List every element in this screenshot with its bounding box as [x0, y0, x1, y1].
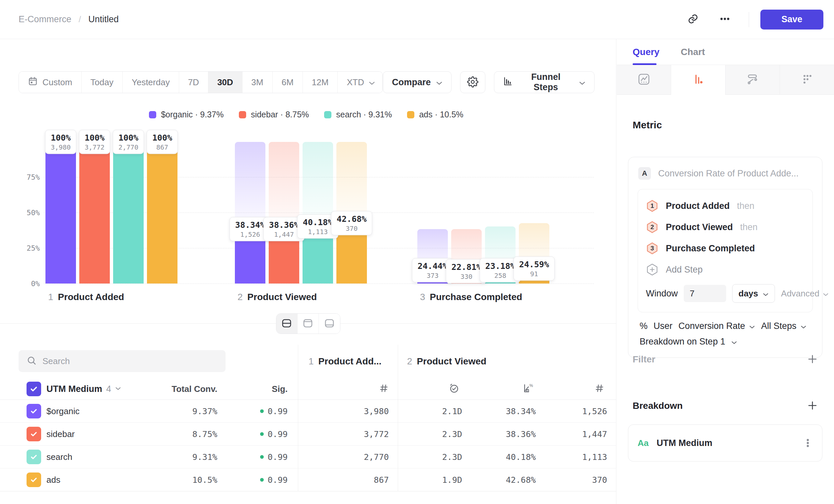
bar-ads[interactable]: 24.59%91	[519, 142, 549, 283]
bar-sidebar[interactable]: 38.36%1,447	[269, 142, 299, 283]
bar-organic[interactable]: 38.34%1,526	[235, 142, 265, 283]
window-unit-select[interactable]: days	[732, 284, 775, 303]
chart-type-flow[interactable]	[726, 65, 780, 95]
breadcrumb-project[interactable]: E-Commerce	[19, 14, 71, 25]
legend-item[interactable]: $organic · 9.37%	[149, 110, 224, 119]
chart-legend: $organic · 9.37% sidebar · 8.75% search …	[19, 110, 594, 119]
chart-type-tabs	[617, 65, 834, 95]
breakdown-label: Breakdown	[633, 400, 683, 411]
chart-toolbar: Custom Today Yesterday 7D 30D 3M 6M 12M …	[19, 71, 594, 93]
chart-settings-button[interactable]	[460, 71, 485, 93]
table-row[interactable]: sidebar 8.75% 0.99 3,772 2.3D 38.36% 1,4…	[0, 423, 616, 445]
row-checkbox[interactable]	[26, 450, 41, 464]
compare-button[interactable]: Compare	[383, 71, 452, 93]
ellipsis-icon	[719, 13, 731, 26]
query-step-3[interactable]: 3 Purchase Completed	[646, 238, 805, 259]
funnel-step-group-1: 100%3,980 100%3,772 100%2,770 100%867	[45, 142, 177, 283]
table-row[interactable]: search 9.31% 0.99 2,770 2.3D 40.18% 1,11…	[0, 445, 616, 468]
legend-item[interactable]: search · 9.31%	[324, 110, 392, 119]
table-row[interactable]: $organic 9.37% 0.99 3,980 2.1D 38.34% 1,…	[0, 400, 616, 423]
more-menu-button[interactable]	[716, 10, 734, 29]
range-yesterday[interactable]: Yesterday	[123, 72, 179, 93]
bar-organic[interactable]: 24.44%373	[417, 142, 448, 283]
metric-summary[interactable]: A Conversion Rate of Product Adde...	[638, 166, 813, 181]
step-number-badge: 2	[646, 221, 659, 233]
chart-type-trend[interactable]	[617, 65, 671, 95]
query-step-1[interactable]: 1 Product Added then	[646, 195, 805, 216]
range-30d[interactable]: 30D	[208, 72, 242, 93]
legend-item[interactable]: ads · 10.5%	[407, 110, 463, 119]
bar-search[interactable]: 40.18%1,113	[303, 142, 333, 283]
breakdown-column-header[interactable]: UTM Medium 4	[46, 384, 121, 394]
search-input[interactable]	[42, 356, 218, 366]
window-value-input[interactable]	[684, 285, 726, 302]
bar-sidebar[interactable]: 22.81%330	[451, 142, 482, 283]
metric-title: Conversion Rate of Product Adde...	[658, 168, 798, 179]
breadcrumb-report-title[interactable]: Untitled	[88, 14, 119, 25]
conv-rate-column-icon[interactable]: %	[523, 383, 533, 395]
chart-type-funnel[interactable]	[671, 65, 726, 95]
range-6m[interactable]: 6M	[273, 72, 303, 93]
breadcrumb-separator: /	[79, 14, 81, 25]
chart-type-matrix[interactable]	[780, 65, 834, 95]
range-xtd[interactable]: XTD	[338, 72, 383, 93]
query-step-2[interactable]: 2 Product Viewed then	[646, 216, 805, 238]
row-time-to-convert: 2.3D	[442, 429, 462, 439]
row-checkbox[interactable]	[26, 427, 41, 441]
save-button[interactable]: Save	[760, 9, 824, 29]
count-column-icon[interactable]	[594, 383, 605, 395]
range-custom[interactable]: Custom	[19, 72, 82, 93]
add-filter-button[interactable]	[807, 353, 818, 366]
layout-toggle	[276, 313, 341, 334]
share-link-button[interactable]	[684, 10, 702, 29]
chevron-down-icon	[823, 289, 829, 299]
sig-dot	[260, 410, 264, 413]
row-total-conv: 8.75%	[192, 429, 217, 439]
row-name: ads	[46, 475, 60, 485]
row-checkbox[interactable]	[26, 404, 41, 418]
range-12m[interactable]: 12M	[303, 72, 338, 93]
tab-chart[interactable]: Chart	[681, 39, 705, 65]
range-3m[interactable]: 3M	[242, 72, 273, 93]
row-checkbox[interactable]	[26, 473, 41, 487]
top-bar: E-Commerce / Untitled Save	[0, 0, 834, 39]
time-to-convert-icon[interactable]	[449, 383, 459, 395]
range-today[interactable]: Today	[82, 72, 123, 93]
bar-ads[interactable]: 42.68%370	[336, 142, 367, 283]
metric-card: A Conversion Rate of Product Adde... 1 P…	[628, 157, 822, 358]
bar-search[interactable]: 23.18%258	[485, 142, 515, 283]
count-column-icon[interactable]	[379, 383, 389, 395]
total-conv-header[interactable]: Total Conv.	[172, 384, 217, 394]
y-axis-tick: 0%	[19, 279, 40, 288]
breakdown-item[interactable]: Aa UTM Medium	[628, 425, 822, 462]
flow-chart-icon	[745, 72, 760, 88]
funnel-steps-editor: 1 Product Added then 2 Product Viewed th…	[638, 189, 813, 312]
row-significance: 0.99	[260, 407, 288, 416]
property-type-badge: Aa	[638, 438, 649, 448]
legend-item[interactable]: sidebar · 8.75%	[239, 110, 309, 119]
add-breakdown-button[interactable]	[807, 400, 818, 412]
range-7d[interactable]: 7D	[179, 72, 208, 93]
table-row[interactable]: ads 10.5% 0.99 867 1.9D 42.68% 370	[0, 468, 616, 491]
add-step-button[interactable]: Add Step	[646, 259, 805, 280]
entity-selector[interactable]: User	[654, 321, 673, 331]
chart-only-view-button[interactable]	[298, 314, 319, 334]
bar-organic[interactable]: 100%3,980	[45, 142, 76, 283]
bar-sidebar[interactable]: 100%3,772	[79, 142, 110, 283]
split-view-button[interactable]	[276, 314, 298, 334]
table-only-view-button[interactable]	[319, 314, 340, 334]
advanced-toggle[interactable]: Advanced	[781, 289, 829, 299]
bar-ads[interactable]: 100%867	[147, 142, 177, 283]
kebab-menu-icon[interactable]	[803, 437, 813, 449]
chevron-down-icon	[436, 77, 442, 88]
step-label-2: 2Product Viewed	[238, 292, 317, 302]
select-all-checkbox[interactable]	[26, 382, 41, 396]
chart-view-selector[interactable]: Funnel Steps	[494, 71, 594, 93]
sig-header[interactable]: Sig.	[272, 384, 288, 394]
breakdown-step-selector[interactable]: Breakdown on Step 1	[638, 337, 813, 347]
bar-value-label: 24.59%91	[513, 257, 555, 281]
bar-search[interactable]: 100%2,770	[113, 142, 144, 283]
scope-selector[interactable]: All Steps	[761, 321, 807, 331]
metric-selector[interactable]: Conversion Rate	[678, 321, 755, 331]
tab-query[interactable]: Query	[633, 39, 659, 65]
